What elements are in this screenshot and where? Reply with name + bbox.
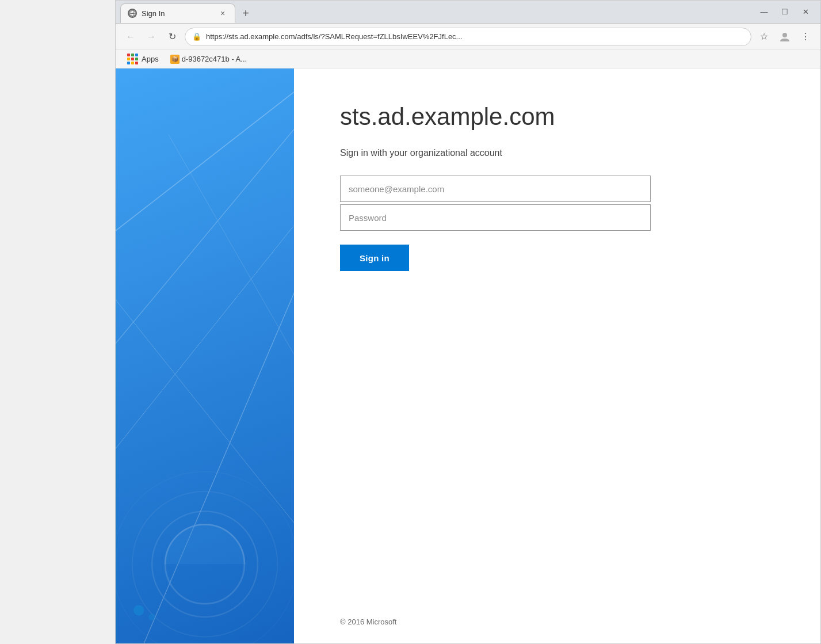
minimize-button[interactable]: — [758, 7, 770, 16]
bookmark-label: d-93672c471b - A... [182, 55, 247, 63]
apps-grid-icon [127, 54, 138, 64]
address-bar: ← → ↻ 🔒 https://sts.ad.example.com/adfs/… [116, 24, 820, 50]
title-bar: Sign In × + — ☐ ✕ [116, 1, 820, 24]
tab-label: Sign In [142, 9, 213, 18]
email-input[interactable] [340, 176, 651, 202]
svg-point-14 [133, 605, 144, 615]
site-title: sts.ad.example.com [340, 103, 774, 131]
page-content: sts.ad.example.com Sign in with your org… [116, 68, 820, 643]
maximize-button[interactable]: ☐ [779, 7, 791, 16]
apps-label: Apps [142, 55, 159, 63]
svg-point-1 [131, 10, 133, 17]
svg-line-5 [116, 68, 294, 399]
svg-line-4 [116, 68, 294, 266]
reload-button[interactable]: ↻ [164, 29, 180, 45]
active-tab[interactable]: Sign In × [120, 3, 235, 23]
signin-subtitle: Sign in with your organizational account [340, 148, 774, 158]
left-decorative-panel [116, 68, 294, 643]
new-tab-button[interactable]: + [238, 5, 254, 21]
tab-favicon [128, 9, 137, 18]
tab-strip: Sign In × + [120, 1, 758, 23]
chrome-menu-button[interactable]: ⋮ [797, 29, 814, 45]
forward-button[interactable]: → [143, 29, 159, 45]
profile-button[interactable] [777, 29, 793, 45]
bookmark-star-button[interactable]: ☆ [756, 29, 772, 45]
tab-close-button[interactable]: × [217, 8, 228, 18]
copyright-text: © 2016 Microsoft [340, 618, 396, 626]
svg-point-0 [129, 10, 136, 17]
svg-line-6 [116, 135, 294, 465]
url-bar[interactable]: 🔒 https://sts.ad.example.com/adfs/ls/?SA… [185, 28, 751, 46]
url-text: https://sts.ad.example.com/adfs/ls/?SAML… [206, 32, 744, 41]
sign-in-button[interactable]: Sign in [340, 245, 409, 271]
svg-point-3 [782, 33, 787, 37]
bookmark-item[interactable]: 📦 d-93672c471b - A... [166, 54, 251, 65]
window-controls: — ☐ ✕ [758, 7, 816, 16]
password-input[interactable] [340, 204, 651, 231]
apps-button[interactable]: Apps [123, 51, 163, 67]
bookmark-favicon: 📦 [170, 55, 180, 64]
bookmarks-bar: Apps 📦 d-93672c471b - A... [116, 50, 820, 68]
svg-line-8 [116, 201, 294, 531]
right-content-panel: sts.ad.example.com Sign in with your org… [294, 68, 820, 643]
close-button[interactable]: ✕ [800, 7, 811, 16]
back-button[interactable]: ← [123, 29, 139, 45]
lock-icon: 🔒 [192, 32, 201, 41]
svg-point-15 [148, 613, 155, 620]
left-panel-decoration [116, 68, 294, 643]
svg-line-7 [135, 201, 294, 643]
